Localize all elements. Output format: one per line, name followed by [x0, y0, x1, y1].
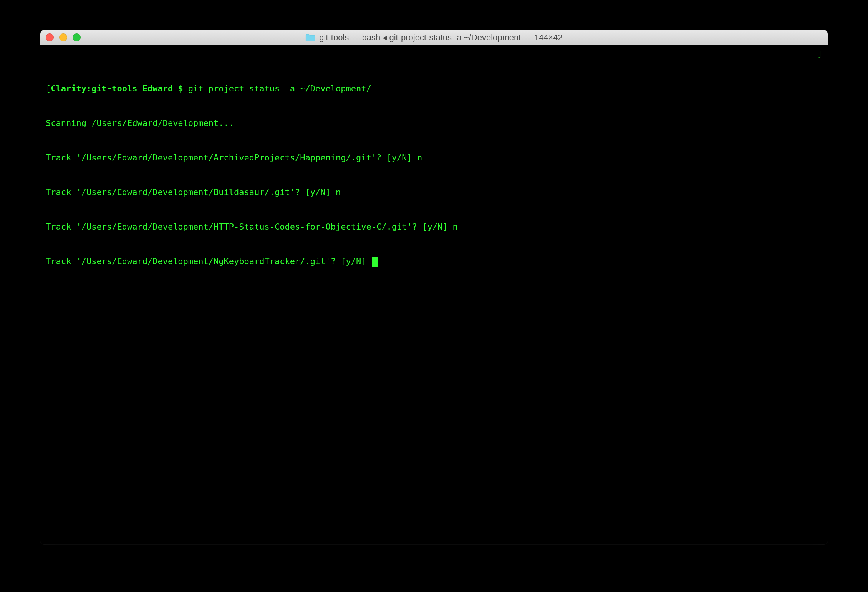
- folder-icon: [305, 34, 315, 41]
- command-text: git-project-status -a ~/Development/: [188, 84, 371, 93]
- prompt-question: Track '/Users/Edward/Development/NgKeybo…: [46, 256, 371, 266]
- traffic-lights: [46, 33, 81, 41]
- cursor: [372, 257, 378, 267]
- prompt-host: Clarity:git-tools Edward $: [51, 84, 183, 93]
- close-button[interactable]: [46, 33, 54, 41]
- terminal-body[interactable]: ] [Clarity:git-tools Edward $ git-projec…: [40, 45, 828, 544]
- window-title: git-tools — bash ◂ git-project-status -a…: [319, 33, 562, 43]
- output-line: Track '/Users/Edward/Development/Buildas…: [46, 187, 822, 198]
- prompt-line: [Clarity:git-tools Edward $ git-project-…: [46, 83, 822, 94]
- output-line: Track '/Users/Edward/Development/HTTP-St…: [46, 221, 822, 233]
- maximize-button[interactable]: [73, 33, 81, 41]
- output-line: Track '/Users/Edward/Development/Archive…: [46, 152, 822, 164]
- output-line: Scanning /Users/Edward/Development...: [46, 117, 822, 129]
- prompt-open-bracket: [: [46, 84, 51, 93]
- terminal-window: git-tools — bash ◂ git-project-status -a…: [40, 30, 828, 544]
- prompt-close-bracket: ]: [817, 48, 822, 60]
- window-title-area: git-tools — bash ◂ git-project-status -a…: [305, 33, 562, 43]
- titlebar[interactable]: git-tools — bash ◂ git-project-status -a…: [40, 30, 828, 45]
- output-line: Track '/Users/Edward/Development/NgKeybo…: [46, 256, 822, 267]
- minimize-button[interactable]: [59, 33, 67, 41]
